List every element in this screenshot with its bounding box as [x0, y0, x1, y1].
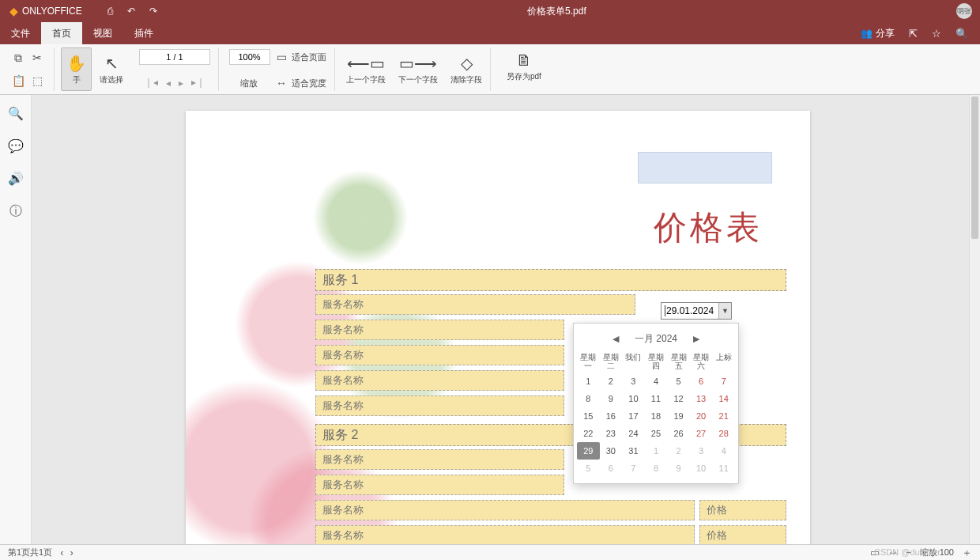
next-field-button[interactable]: ▭⟶ 下一个字段	[394, 47, 443, 91]
select-tool-button[interactable]: ↖ 请选择	[95, 47, 128, 91]
calendar-day[interactable]: 20	[690, 407, 713, 425]
calendar-day[interactable]: 19	[667, 407, 690, 425]
calendar-day[interactable]: 23	[600, 425, 623, 442]
search-icon[interactable]: 🔍	[956, 28, 968, 40]
calendar-day[interactable]: 16	[600, 407, 623, 425]
calendar-day[interactable]: 29	[577, 442, 600, 460]
calendar-day[interactable]: 28	[712, 425, 735, 442]
calendar-day[interactable]: 5	[577, 460, 600, 477]
service-name-field[interactable]: 服务名称	[315, 500, 695, 520]
calendar-day[interactable]: 2	[667, 442, 690, 460]
redo-icon[interactable]: ↷	[149, 6, 157, 17]
calendar-day[interactable]: 6	[600, 460, 623, 477]
calendar-day[interactable]: 15	[577, 407, 600, 425]
next-month-icon[interactable]: ▶	[693, 334, 699, 344]
tab-view[interactable]: 视图	[82, 22, 123, 44]
calendar-day[interactable]: 14	[712, 390, 735, 407]
calendar-day[interactable]: 7	[712, 373, 735, 390]
date-input[interactable]: 29.01.2024 ▼	[661, 302, 732, 320]
print-icon[interactable]: ⎙	[107, 6, 113, 17]
service-name-field[interactable]: 服务名称	[315, 525, 695, 544]
calendar-day[interactable]: 8	[577, 390, 600, 407]
service-name-field[interactable]: 服务名称	[315, 294, 635, 315]
calendar-day[interactable]: 10	[690, 460, 713, 477]
clear-fields-button[interactable]: ◇ 清除字段	[446, 47, 487, 91]
calendar-day[interactable]: 22	[577, 425, 600, 442]
cut-icon[interactable]: ✂	[28, 49, 46, 66]
calendar-month-label[interactable]: 一月 2024	[635, 332, 677, 346]
calendar-day[interactable]: 9	[600, 390, 623, 407]
calendar-day[interactable]: 6	[690, 373, 713, 390]
tab-plugins[interactable]: 插件	[123, 22, 164, 44]
prev-page-icon[interactable]: ◂	[166, 78, 171, 89]
select-area-icon[interactable]: ⬚	[28, 72, 46, 89]
calendar-day[interactable]: 7	[622, 460, 645, 477]
about-icon[interactable]: ⓘ	[9, 203, 22, 220]
calendar-day[interactable]: 1	[645, 442, 668, 460]
calendar-day[interactable]: 11	[645, 390, 668, 407]
calendar-day[interactable]: 26	[667, 425, 690, 442]
calendar-day[interactable]: 17	[622, 407, 645, 425]
status-prev-page-icon[interactable]: ‹	[60, 547, 63, 558]
tab-file[interactable]: 文件	[0, 22, 41, 44]
last-page-icon[interactable]: ▸｜	[191, 76, 205, 89]
fit-page-icon: ▭	[277, 51, 287, 63]
calendar-day[interactable]: 4	[645, 373, 668, 390]
first-page-icon[interactable]: ｜◂	[144, 76, 158, 89]
vertical-scrollbar[interactable]	[969, 95, 980, 544]
service-name-field[interactable]: 服务名称	[315, 320, 564, 340]
price-field[interactable]: 价格	[699, 500, 786, 520]
calendar-day[interactable]: 27	[690, 425, 713, 442]
calendar-day[interactable]: 30	[600, 442, 623, 460]
service-name-field[interactable]: 服务名称	[315, 370, 564, 391]
zoom-select[interactable]	[229, 49, 270, 65]
service-name-field[interactable]: 服务名称	[315, 475, 564, 495]
feedback-icon[interactable]: 🔊	[8, 171, 24, 186]
calendar-day[interactable]: 10	[622, 390, 645, 407]
prev-month-icon[interactable]: ◀	[612, 334, 619, 344]
open-location-icon[interactable]: ⇱	[909, 28, 918, 40]
find-icon[interactable]: 🔍	[8, 106, 24, 121]
calendar-day[interactable]: 9	[667, 460, 690, 477]
fit-width-button[interactable]: ↔适合宽度	[276, 77, 326, 89]
fit-page-button[interactable]: ▭适合页面	[277, 51, 326, 63]
status-next-page-icon[interactable]: ›	[70, 547, 74, 558]
service-name-field[interactable]: 服务名称	[315, 395, 564, 416]
calendar-day[interactable]: 13	[690, 390, 713, 407]
calendar-day[interactable]: 25	[645, 425, 668, 442]
scrollbar-thumb[interactable]	[971, 96, 978, 239]
service-name-field[interactable]: 服务名称	[315, 449, 564, 470]
calendar-day[interactable]: 18	[645, 407, 668, 425]
image-placeholder-field[interactable]	[638, 152, 772, 184]
calendar-day[interactable]: 12	[667, 390, 690, 407]
price-field[interactable]: 价格	[699, 525, 786, 544]
calendar-day[interactable]: 2	[600, 373, 623, 390]
calendar-day[interactable]: 24	[622, 425, 645, 442]
paste-icon[interactable]: 📋	[9, 72, 27, 89]
save-as-pdf-button[interactable]: 🗎 另存为pdf	[502, 49, 546, 84]
section1-header[interactable]: 服务 1	[315, 269, 786, 291]
undo-icon[interactable]: ↶	[127, 6, 135, 17]
hand-tool-button[interactable]: ✋ 手	[61, 47, 92, 91]
service-name-field[interactable]: 服务名称	[315, 345, 564, 365]
page-number-input[interactable]	[139, 49, 210, 65]
copy-icon[interactable]: ⧉	[9, 49, 27, 66]
calendar-day[interactable]: 31	[622, 442, 645, 460]
calendar-day[interactable]: 1	[577, 373, 600, 390]
calendar-day[interactable]: 21	[712, 407, 735, 425]
date-dropdown-icon[interactable]: ▼	[718, 303, 731, 319]
calendar-day[interactable]: 3	[690, 442, 713, 460]
tab-home[interactable]: 首页	[41, 22, 82, 44]
calendar-day[interactable]: 3	[622, 373, 645, 390]
calendar-day[interactable]: 5	[667, 373, 690, 390]
favorite-icon[interactable]: ☆	[932, 28, 941, 40]
calendar-day[interactable]: 11	[712, 460, 735, 477]
share-button[interactable]: 👥分享	[861, 27, 895, 40]
avatar[interactable]: 明张	[956, 3, 972, 19]
calendar-day[interactable]: 4	[712, 442, 735, 460]
zoom-in-icon[interactable]: ＋	[962, 546, 972, 560]
prev-field-button[interactable]: ⟵▭ 上一个字段	[341, 47, 390, 91]
next-page-icon[interactable]: ▸	[179, 78, 183, 89]
comments-icon[interactable]: 💬	[8, 138, 24, 153]
calendar-day[interactable]: 8	[645, 460, 668, 477]
